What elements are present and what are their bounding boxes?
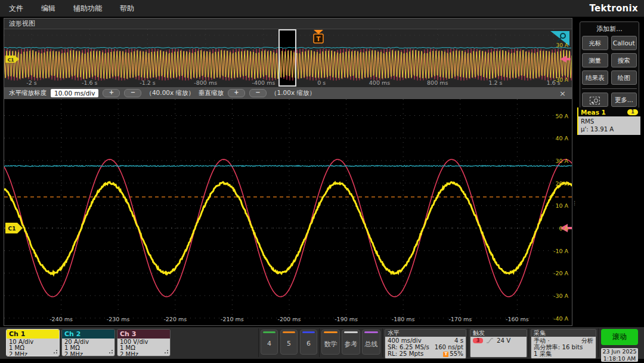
h-zoom-scale-field[interactable]: 10.00 ms/div: [51, 89, 98, 97]
y-axis-label: 0 A: [559, 225, 568, 232]
y-axis-label: -20 A: [553, 270, 568, 276]
waveform-view-title: 波形视图: [4, 19, 572, 29]
overview-waveform-svg[interactable]: TC130 A-30 A-2 s-1.6 s-1.2 s-800 ms-400 …: [4, 29, 572, 87]
channel-badge-ch3[interactable]: Ch 3 100 V/div 1 MΩ 2 MHz: [117, 329, 171, 356]
ch1-name: Ch 1: [7, 330, 59, 339]
y-axis-label: -30 A: [553, 293, 568, 299]
svg-text:C1: C1: [8, 57, 14, 63]
bus-button[interactable]: 总线: [362, 330, 380, 355]
overview-time-label: 400 ms: [369, 79, 390, 86]
ch1-level-marker[interactable]: C1: [5, 223, 23, 233]
ch2-name: Ch 2: [62, 330, 114, 339]
waveform-ch3: [4, 159, 572, 297]
v-zoom-in-button[interactable]: +: [228, 89, 245, 97]
meas-title: Meas 1: [581, 109, 606, 116]
x-axis-label: -160 ms: [506, 316, 529, 322]
channel-button-5[interactable]: 5: [280, 330, 298, 355]
zoom-mode-button[interactable]: [582, 93, 608, 107]
acquisition-panel[interactable]: 采集 手动 ·分析 高分辨率: 16 bits 1 采集: [531, 329, 596, 359]
magnifier-icon: [590, 97, 600, 104]
menu-file[interactable]: 文件: [0, 4, 32, 14]
y-axis-label: -40 A: [553, 315, 568, 322]
x-axis-label: -190 ms: [335, 316, 358, 322]
datetime-display[interactable]: 23 Jun 2025 1:18:10 AM: [601, 348, 638, 362]
main-waveform-svg[interactable]: C1: [4, 99, 572, 325]
results-table-button[interactable]: 结果表: [582, 70, 608, 85]
add-new-title: 添加新...: [582, 24, 637, 33]
waveform-ch2: [4, 165, 572, 167]
meas-count-badge: 1: [627, 109, 638, 115]
time-text: 1:18:10 AM: [601, 355, 638, 362]
ch1-overview-marker[interactable]: C1: [5, 56, 19, 63]
overview-y-top-label: 30 A: [556, 42, 569, 48]
channel-badge-ch1[interactable]: Ch 1 10 A/div 1 MΩ 2 MHz: [6, 329, 60, 356]
v-zoom-factor-label: （1.00x 缩放）: [271, 89, 315, 97]
channel-badge-ch2[interactable]: Ch 2 20 A/div 1 MΩ 2 MHz: [61, 329, 115, 356]
cursor-button[interactable]: 光标: [582, 36, 608, 50]
bottom-bar: Ch 1 10 A/div 1 MΩ 2 MHz Ch 2 20 A/div 1…: [0, 327, 644, 359]
svg-text:C1: C1: [8, 226, 16, 232]
y-axis-label: 30 A: [555, 158, 568, 164]
main-graticule[interactable]: C1 -240 ms-230 ms-220 ms-210 ms-200 ms-1…: [4, 99, 572, 325]
x-axis-label: -230 ms: [107, 316, 130, 322]
menu-bar: 文件 编辑 辅助功能 帮助 Tektronix: [0, 0, 644, 17]
search-button[interactable]: 搜索: [611, 53, 637, 67]
h-zoom-out-button[interactable]: −: [124, 89, 141, 97]
callout-button[interactable]: Callout: [611, 36, 637, 50]
waveform-view: 波形视图 TC130 A-30 A-2 s-1.6 s-1.2 s-800 ms…: [4, 18, 572, 326]
ch3-name: Ch 3: [117, 330, 170, 339]
ch2-bandwidth: 2 MHz: [64, 352, 112, 356]
menu-edit[interactable]: 编辑: [32, 4, 64, 14]
channel-button-6[interactable]: 6: [300, 330, 317, 355]
ref-button[interactable]: 参考: [342, 330, 360, 355]
overview-time-label: -800 ms: [194, 79, 217, 86]
measure-button[interactable]: 测量: [582, 53, 608, 67]
overview-strip[interactable]: TC130 A-30 A-2 s-1.6 s-1.2 s-800 ms-400 …: [4, 29, 572, 87]
ch1-bandwidth: 2 MHz: [9, 352, 57, 356]
trigger-title: 触发: [470, 330, 527, 337]
trigger-level: 24 V: [497, 337, 510, 344]
y-axis-label: 20 A: [555, 180, 568, 187]
h-zoom-scale-label: 水平缩放标度: [9, 89, 47, 97]
waveform-ch1: [4, 182, 572, 274]
close-icon[interactable]: ×: [559, 89, 567, 98]
resize-handle-icon: [54, 352, 55, 353]
overview-time-label: -1.2 s: [140, 79, 156, 86]
overview-time-label: -2 s: [26, 79, 36, 86]
v-zoom-out-button[interactable]: −: [249, 89, 267, 97]
h-zoom-in-button[interactable]: +: [103, 89, 120, 97]
roll-mode-button[interactable]: 滚动: [601, 329, 638, 345]
menu-help[interactable]: 帮助: [111, 4, 143, 14]
meas-value: μ': 13.91 A: [581, 125, 638, 133]
add-new-panel: 添加新... 光标 Callout 测量 搜索 结果表 绘图 更多...: [580, 21, 639, 110]
trigger-panel[interactable]: 触发 3 24 V: [470, 329, 527, 358]
overview-time-label: 1.2 s: [488, 79, 502, 86]
v-zoom-label: 垂直缩放: [199, 89, 224, 97]
trigger-t-icon: T: [443, 352, 448, 357]
more-button[interactable]: 更多...: [611, 93, 637, 107]
x-axis-label: -180 ms: [392, 316, 415, 322]
tektronix-logo: Tektronix: [590, 3, 638, 14]
horizontal-panel[interactable]: 水平 400 ms/div4 s SR: 6.25 MS/s160 ns/pt …: [385, 329, 466, 359]
zoom-controls-bar: 水平缩放标度 10.00 ms/div + − （40.00x 缩放） 垂直缩放…: [4, 87, 572, 99]
resize-handle-icon: [109, 352, 110, 353]
trigger-marker-icon[interactable]: T: [314, 30, 323, 43]
math-button[interactable]: 数学: [321, 330, 340, 355]
overview-time-label: 0 s: [317, 79, 326, 86]
resize-handle-icon: [165, 352, 166, 353]
measurement-badge[interactable]: Meas 1 1 RMS μ': 13.91 A: [577, 107, 640, 135]
overview-time-label: 1.6 s: [547, 79, 561, 86]
overview-time-label: -1.6 s: [82, 79, 98, 86]
svg-text:T: T: [317, 36, 321, 42]
y-axis-label: 10 A: [555, 202, 568, 209]
date-text: 23 Jun 2025: [601, 348, 638, 355]
x-axis-label: -240 ms: [49, 316, 73, 322]
channel-button-4[interactable]: 4: [261, 330, 278, 355]
y-axis-label: -10 A: [553, 248, 568, 254]
plot-button[interactable]: 绘图: [611, 70, 637, 85]
menu-utility[interactable]: 辅助功能: [64, 4, 111, 14]
overview-time-label: -400 ms: [252, 79, 275, 86]
meas-type: RMS: [581, 118, 638, 125]
right-sidebar: 添加新... 光标 Callout 测量 搜索 结果表 绘图 更多... Mea…: [576, 18, 644, 326]
y-axis-label: 50 A: [555, 113, 568, 119]
